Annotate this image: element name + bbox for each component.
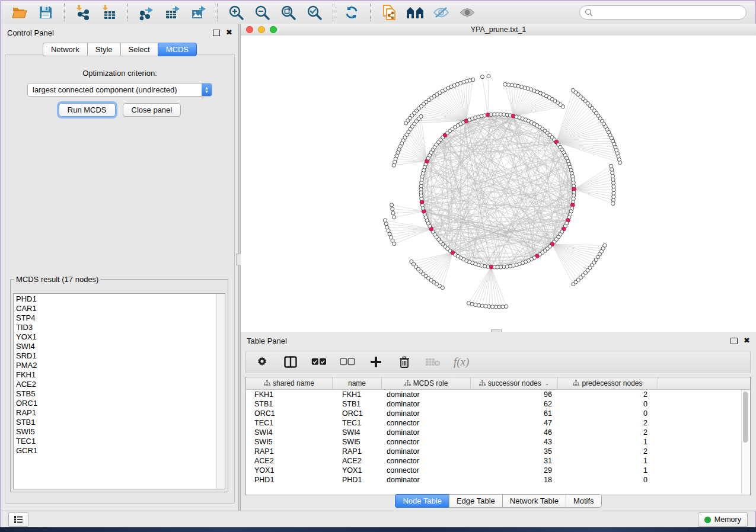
attribute-tree-icon <box>264 379 270 387</box>
tab-select[interactable]: Select <box>120 43 158 56</box>
zoom-out-icon[interactable] <box>252 4 272 21</box>
tab-style[interactable]: Style <box>87 43 120 56</box>
mcds-result-item[interactable]: ORC1 <box>16 399 225 408</box>
criterion-dropdown[interactable]: largest connected component (undirected)… <box>27 83 212 97</box>
table-cell: 0 <box>558 409 658 418</box>
task-manager-button[interactable] <box>8 512 28 527</box>
table-row[interactable]: TEC1TEC1connector472 <box>246 418 750 428</box>
mcds-result-item[interactable]: RAP1 <box>16 408 225 418</box>
tab-mcds[interactable]: MCDS <box>158 43 197 56</box>
mcds-result-item[interactable]: SWI4 <box>16 342 225 351</box>
table-row[interactable]: ORC1ORC1dominator610 <box>246 409 750 418</box>
node-table-header: shared namenameMCDS rolesuccessor nodes⌄… <box>246 377 750 390</box>
mcds-result-item[interactable]: STB5 <box>16 389 225 399</box>
open-file-icon[interactable] <box>9 4 30 21</box>
column-header-name[interactable]: name <box>333 377 382 389</box>
mcds-result-list[interactable]: PHD1CAR1STP4TID3YOX1SWI4SRD1PMA2FKH1ACE2… <box>13 293 225 489</box>
mcds-result-item[interactable]: TID3 <box>16 323 225 332</box>
table-tabs: Node TableEdge TableNetwork TableMotifs <box>241 494 756 508</box>
mcds-result-item[interactable]: YOX1 <box>16 332 225 342</box>
zoom-fit-icon[interactable] <box>278 4 298 21</box>
table-cell: 46 <box>471 428 558 437</box>
mcds-result-group: MCDS result (17 nodes) PHD1CAR1STP4TID3Y… <box>10 275 228 492</box>
mcds-result-item[interactable]: CAR1 <box>16 304 225 313</box>
table-cell: 1 <box>558 456 658 466</box>
table-cell: YOX1 <box>333 466 382 475</box>
table-cell: connector <box>382 418 471 428</box>
mcds-result-item[interactable]: SRD1 <box>16 351 225 361</box>
table-row[interactable]: RAP1RAP1dominator352 <box>246 447 750 456</box>
column-header-predecessor-nodes[interactable]: predecessor nodes <box>558 377 658 389</box>
table-cell: YOX1 <box>246 466 333 475</box>
settings-gear-icon[interactable] <box>254 354 270 370</box>
tab-network[interactable]: Network <box>43 43 87 56</box>
node-table[interactable]: shared namenameMCDS rolesuccessor nodes⌄… <box>245 377 751 495</box>
table-scrollbar-thumb[interactable] <box>743 392 748 443</box>
zoom-selected-icon[interactable] <box>304 4 324 21</box>
hide-selected-icon[interactable] <box>431 4 451 21</box>
float-table-panel-icon[interactable] <box>731 338 738 344</box>
refresh-layout-icon[interactable] <box>342 4 362 21</box>
mcds-tab-content: Optimization criterion: largest connecte… <box>5 54 235 504</box>
import-network-icon[interactable] <box>73 4 93 21</box>
zoom-in-icon[interactable] <box>226 4 246 21</box>
export-table-icon[interactable] <box>162 4 183 21</box>
copy-network-icon[interactable] <box>379 4 399 21</box>
table-scrollbar[interactable] <box>741 390 749 494</box>
search-box[interactable] <box>579 5 747 20</box>
table-row[interactable]: ACE2ACE2connector311 <box>246 456 750 466</box>
select-all-icon[interactable] <box>311 354 327 370</box>
table-row[interactable]: SWI4SWI4dominator462 <box>246 428 750 437</box>
close-panel-icon[interactable]: ✖ <box>226 30 232 36</box>
mcds-result-item[interactable]: SWI5 <box>16 427 225 437</box>
mcds-result-item[interactable]: FKH1 <box>16 370 225 380</box>
close-panel-button[interactable]: Close panel <box>123 103 181 117</box>
show-all-icon[interactable] <box>457 4 477 21</box>
import-table-icon[interactable] <box>99 4 119 21</box>
tab-motifs[interactable]: Motifs <box>566 494 602 508</box>
table-cell: ORC1 <box>246 409 333 418</box>
table-cell: SWI5 <box>246 437 333 447</box>
tab-edge-table[interactable]: Edge Table <box>449 494 502 508</box>
control-panel-tabs: NetworkStyleSelectMCDS <box>1 43 238 56</box>
control-panel-title: Control Panel <box>7 28 54 37</box>
table-row[interactable]: SWI5SWI5connector431 <box>246 437 750 447</box>
show-columns-icon[interactable] <box>283 354 298 370</box>
network-canvas[interactable] <box>241 36 756 332</box>
float-panel-icon[interactable] <box>213 30 220 36</box>
table-cell: PHD1 <box>246 475 333 485</box>
table-row[interactable]: STB1STB1dominator620 <box>246 399 750 409</box>
mcds-result-item[interactable]: PMA2 <box>16 361 225 370</box>
first-neighbors-icon[interactable] <box>405 4 425 21</box>
mcds-result-item[interactable]: GCR1 <box>16 446 225 456</box>
mcds-result-title: MCDS result (17 nodes) <box>14 275 100 284</box>
column-header-successor-nodes[interactable]: successor nodes⌄ <box>471 377 558 389</box>
tab-node-table[interactable]: Node Table <box>395 494 449 508</box>
mcds-list-scrollbar[interactable] <box>216 294 225 489</box>
mcds-result-item[interactable]: TEC1 <box>16 437 225 446</box>
mcds-result-item[interactable]: PHD1 <box>16 294 225 304</box>
table-cell: 1 <box>558 466 658 475</box>
table-cell: 47 <box>471 418 558 428</box>
tab-network-table[interactable]: Network Table <box>502 494 566 508</box>
memory-button[interactable]: Memory <box>698 512 748 527</box>
mcds-result-item[interactable]: STP4 <box>16 313 225 323</box>
close-table-panel-icon[interactable]: ✖ <box>744 338 750 344</box>
export-image-icon[interactable] <box>189 4 209 21</box>
column-header-MCDS-role[interactable]: MCDS role <box>382 377 471 389</box>
run-mcds-button[interactable]: Run MCDS <box>59 103 116 117</box>
table-cell: dominator <box>382 475 471 485</box>
add-row-icon[interactable] <box>368 354 384 370</box>
table-row[interactable]: PHD1PHD1dominator180 <box>246 475 750 485</box>
column-header-shared-name[interactable]: shared name <box>246 377 333 389</box>
table-row[interactable]: FKH1FKH1dominator962 <box>246 390 750 399</box>
search-input[interactable] <box>596 8 741 17</box>
network-window-titlebar[interactable]: YPA_prune.txt_1 <box>241 24 756 36</box>
mcds-result-item[interactable]: STB1 <box>16 418 225 427</box>
export-network-icon[interactable] <box>136 4 157 21</box>
save-session-icon[interactable] <box>36 4 56 21</box>
table-row[interactable]: YOX1YOX1connector291 <box>246 466 750 475</box>
delete-row-icon[interactable] <box>397 354 412 370</box>
unselect-all-icon[interactable] <box>340 354 355 370</box>
mcds-result-item[interactable]: ACE2 <box>16 380 225 389</box>
